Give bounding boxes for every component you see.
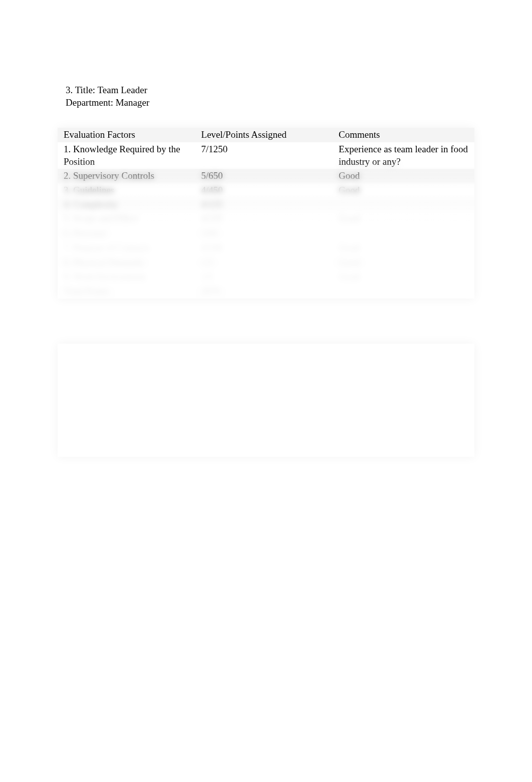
table-header-row: Evaluation Factors Level/Points Assigned… [58, 128, 474, 142]
comment-cell [333, 284, 474, 299]
comment-cell: Good [333, 255, 474, 270]
points-cell: 4/450 [195, 183, 333, 198]
secondary-table-wrap [58, 344, 474, 457]
factor-cell: Total Points [58, 284, 195, 299]
points-cell: 4/100 [195, 241, 333, 255]
col-header-points: Level/Points Assigned [195, 128, 333, 142]
table-row: 6. Personal 3/60 [58, 226, 474, 241]
points-cell: 4/225 [195, 212, 333, 227]
table-row: 3. Guidelines 4/450 Good [58, 183, 474, 198]
position-header: 3. Title: Team Leader Department: Manage… [58, 84, 474, 109]
title-line: 3. Title: Team Leader [66, 84, 474, 97]
factor-cell: 5. Scope and Effect [58, 212, 195, 227]
evaluation-table-wrap: Evaluation Factors Level/Points Assigned… [58, 128, 474, 298]
points-cell: 1/5 [195, 270, 333, 284]
cell [333, 366, 474, 392]
table-row: 7. Purpose of Contacts 4/100 Good [58, 241, 474, 255]
factor-cell: 2. Supervisory Controls [58, 169, 195, 183]
points-cell: 7/1250 [195, 142, 333, 169]
cell [58, 422, 195, 457]
comment-cell: Good [333, 212, 474, 227]
department-line: Department: Manager [66, 97, 474, 109]
cell [195, 422, 333, 457]
cell [58, 394, 195, 412]
comment-cell: Experience as team leader in food indust… [333, 142, 474, 169]
factor-cell: 8. Physical Demands [58, 255, 195, 270]
col-header-comments: Comments [333, 128, 474, 142]
cell [195, 394, 333, 412]
comment-cell: Good [333, 270, 474, 284]
points-cell: 1/5 [195, 255, 333, 270]
comment-cell [333, 198, 474, 212]
cell [58, 346, 195, 364]
table-row [58, 346, 474, 364]
table-row: Total Points 2970 [58, 284, 474, 299]
comment-cell [333, 226, 474, 241]
col-header-factors: Evaluation Factors [58, 128, 195, 142]
cell [333, 346, 474, 364]
points-cell: 4/225 [195, 198, 333, 212]
points-cell: 2970 [195, 284, 333, 299]
table-row: 4. Complexity 4/225 [58, 198, 474, 212]
secondary-table [58, 344, 474, 457]
cell [333, 422, 474, 457]
points-cell: 5/650 [195, 169, 333, 183]
table-row: 9. Work Environment 1/5 Good [58, 270, 474, 284]
table-row [58, 366, 474, 392]
table-row: 1. Knowledge Required by the Position 7/… [58, 142, 474, 169]
document-body: 3. Title: Team Leader Department: Manage… [0, 0, 532, 457]
factor-cell: 6. Personal [58, 226, 195, 241]
table-row: 2. Supervisory Controls 5/650 Good [58, 169, 474, 183]
factor-cell: 9. Work Environment [58, 270, 195, 284]
points-cell: 3/60 [195, 226, 333, 241]
comment-cell: Good [333, 241, 474, 255]
cell [58, 366, 195, 392]
table-row: 5. Scope and Effect 4/225 Good [58, 212, 474, 227]
factor-cell: 4. Complexity [58, 198, 195, 212]
cell [195, 346, 333, 364]
table-row [58, 394, 474, 412]
table-row [58, 422, 474, 457]
factor-cell: 1. Knowledge Required by the Position [58, 142, 195, 169]
evaluation-table: Evaluation Factors Level/Points Assigned… [58, 128, 474, 298]
factor-cell: 3. Guidelines [58, 183, 195, 198]
comment-cell: Good [333, 169, 474, 183]
cell [333, 394, 474, 412]
cell [195, 366, 333, 392]
comment-cell: Good [333, 183, 474, 198]
factor-cell: 7. Purpose of Contacts [58, 241, 195, 255]
table-row: 8. Physical Demands 1/5 Good [58, 255, 474, 270]
